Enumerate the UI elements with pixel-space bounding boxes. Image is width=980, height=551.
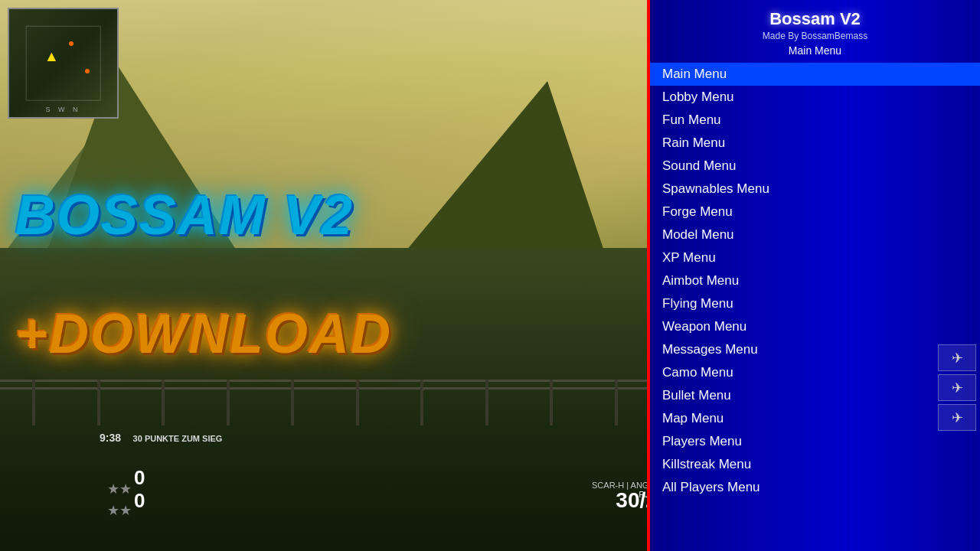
hud-stars1: ★★ — [107, 481, 132, 497]
title-download: +DOWNLOAD — [15, 302, 392, 365]
panel-current-menu: Main Menu — [658, 44, 972, 57]
panel-subtitle: Made By BossamBemass — [658, 31, 972, 41]
hud-score2: 0 — [134, 489, 145, 513]
menu-item-weapon-menu[interactable]: Weapon Menu — [650, 315, 980, 338]
menu-item-spawnables-menu[interactable]: Spawnables Menu — [650, 178, 980, 201]
menu-item-players-menu[interactable]: Players Menu — [650, 430, 980, 453]
icon-plane2: ✈ — [938, 374, 976, 401]
icon-plane1: ✈ — [938, 344, 976, 371]
hud-score1: 0 — [134, 466, 145, 490]
menu-item-main-menu[interactable]: Main Menu — [650, 63, 980, 86]
menu-item-lobby-menu[interactable]: Lobby Menu — [650, 86, 980, 109]
menu-item-all-players-menu[interactable]: All Players Menu — [650, 476, 980, 499]
menu-item-bullet-menu[interactable]: Bullet Menu — [650, 384, 980, 407]
menu-item-model-menu[interactable]: Model Menu — [650, 223, 980, 246]
hud-timer: 9:38 30 PUNKTE ZUM SIEG — [100, 432, 222, 444]
menu-item-camo-menu[interactable]: Camo Menu — [650, 361, 980, 384]
minimap-compass: S W N — [9, 106, 117, 113]
minimap: S W N — [8, 8, 119, 119]
right-panel: Bossam V2 Made By BossamBemass Main Menu… — [647, 0, 980, 551]
menu-item-killstreak-menu[interactable]: Killstreak Menu — [650, 453, 980, 476]
panel-icons: ✈ ✈ ✈ — [938, 344, 976, 431]
title-bossam: BOSSAM V2 — [15, 184, 354, 246]
menu-item-flying-menu[interactable]: Flying Menu — [650, 292, 980, 315]
menu-item-sound-menu[interactable]: Sound Menu — [650, 155, 980, 178]
menu-list: Main MenuLobby MenuFun MenuRain MenuSoun… — [650, 63, 980, 499]
menu-item-messages-menu[interactable]: Messages Menu — [650, 338, 980, 361]
menu-item-rain-menu[interactable]: Rain Menu — [650, 132, 980, 155]
icon-plane3: ✈ — [938, 404, 976, 431]
menu-item-fun-menu[interactable]: Fun Menu — [650, 109, 980, 132]
panel-header: Bossam V2 Made By BossamBemass Main Menu — [650, 0, 980, 63]
menu-item-map-menu[interactable]: Map Menu — [650, 407, 980, 430]
hud-stars2: ★★ — [107, 502, 132, 519]
menu-item-forge-menu[interactable]: Forge Menu — [650, 201, 980, 223]
menu-item-aimbot-menu[interactable]: Aimbot Menu — [650, 269, 980, 292]
panel-title: Bossam V2 — [658, 9, 972, 29]
timer-value: 9:38 — [100, 432, 121, 444]
score-label: 30 PUNKTE ZUM SIEG — [133, 434, 223, 443]
menu-item-xp-menu[interactable]: XP Menu — [650, 246, 980, 269]
